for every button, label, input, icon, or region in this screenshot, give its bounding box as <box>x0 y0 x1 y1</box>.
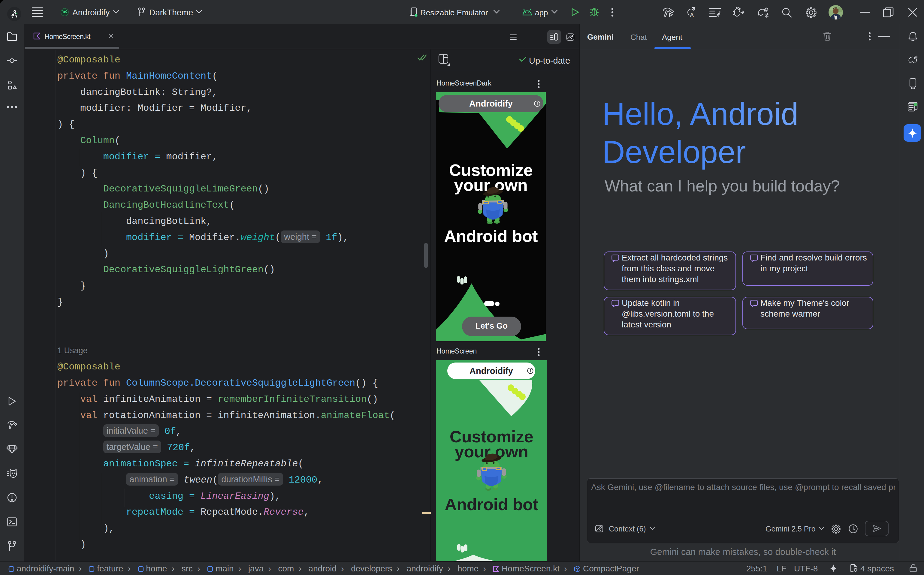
svg-text:A: A <box>690 12 694 18</box>
